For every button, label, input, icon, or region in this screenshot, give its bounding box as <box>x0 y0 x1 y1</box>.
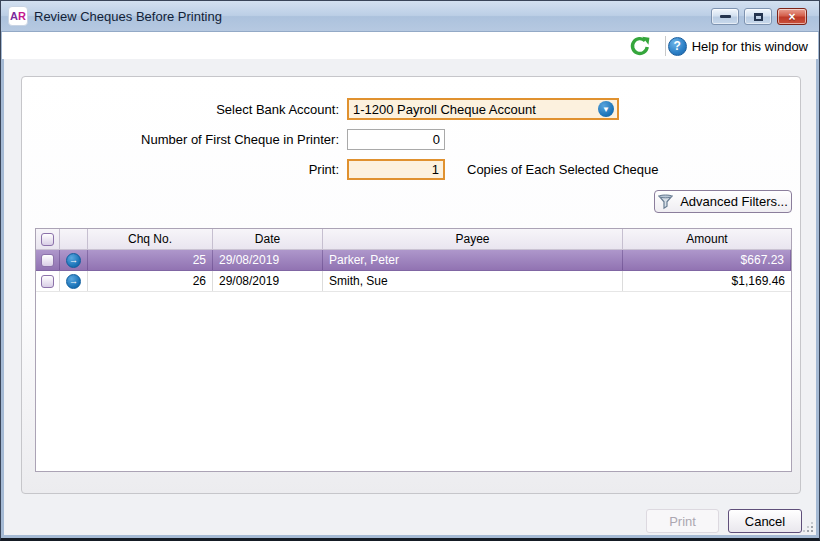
row-checkbox[interactable] <box>41 254 54 267</box>
cell-payee: Smith, Sue <box>323 271 623 291</box>
cell-payee: Parker, Peter <box>323 250 623 270</box>
table-header-row: Chq No. Date Payee Amount <box>36 229 791 250</box>
cell-amount: $667.23 <box>623 250 791 270</box>
app-logo-letter-r: R <box>18 10 26 22</box>
help-button[interactable]: ? Help for this window <box>668 35 808 57</box>
dialog-window: AR Review Cheques Before Printing × ? H <box>0 0 820 541</box>
advanced-filters-label: Advanced Filters... <box>680 194 788 209</box>
detail-arrow-icon[interactable]: → <box>66 253 81 268</box>
advanced-filters-button[interactable]: Advanced Filters... <box>654 190 792 213</box>
cell-chq-no: 25 <box>88 250 213 270</box>
table-row[interactable]: → 26 29/08/2019 Smith, Sue $1,169.46 <box>36 271 791 292</box>
header-amount: Amount <box>623 229 791 249</box>
header-arrow-cell <box>60 229 88 249</box>
select-all-checkbox[interactable] <box>41 233 54 246</box>
row-arrow-cell: → <box>60 271 88 291</box>
cell-amount: $1,169.46 <box>623 271 791 291</box>
filter-icon <box>658 194 673 210</box>
help-icon: ? <box>668 37 687 56</box>
bank-account-value: 1-1200 Payroll Cheque Account <box>353 102 536 117</box>
resize-grip[interactable] <box>802 521 814 533</box>
cell-date: 29/08/2019 <box>213 271 323 291</box>
window-border-left <box>1 31 4 538</box>
header-checkbox-cell <box>36 229 60 249</box>
app-logo-icon: AR <box>8 6 28 26</box>
first-cheque-label: Number of First Cheque in Printer: <box>27 132 347 147</box>
minimize-button[interactable] <box>711 8 739 25</box>
cell-date: 29/08/2019 <box>213 250 323 270</box>
window-border-right <box>816 31 819 538</box>
window-title: Review Cheques Before Printing <box>34 9 222 24</box>
window-border-bottom <box>1 535 819 538</box>
detail-arrow-icon[interactable]: → <box>66 274 81 289</box>
print-copies-row: Print: Copies of Each Selected Cheque <box>27 158 659 180</box>
close-button[interactable]: × <box>777 8 807 25</box>
cell-chq-no: 26 <box>88 271 213 291</box>
copies-suffix-label: Copies of Each Selected Cheque <box>467 162 659 177</box>
row-checkbox[interactable] <box>41 275 54 288</box>
print-copies-input[interactable] <box>347 159 445 180</box>
header-payee: Payee <box>323 229 623 249</box>
bank-account-label: Select Bank Account: <box>27 102 347 117</box>
chevron-down-icon[interactable]: ▼ <box>598 101 614 117</box>
refresh-icon <box>628 34 652 58</box>
table-row[interactable]: → 25 29/08/2019 Parker, Peter $667.23 <box>36 250 791 271</box>
titlebar[interactable]: AR Review Cheques Before Printing × <box>1 1 819 32</box>
print-copies-label: Print: <box>27 162 347 177</box>
bank-account-row: Select Bank Account: 1-1200 Payroll Cheq… <box>27 98 619 120</box>
print-button[interactable]: Print <box>646 509 719 533</box>
bank-account-select[interactable]: 1-1200 Payroll Cheque Account ▼ <box>347 98 619 120</box>
cheque-table: Chq No. Date Payee Amount → 25 29/08/201… <box>35 228 792 472</box>
row-checkbox-cell <box>36 271 60 291</box>
help-label: Help for this window <box>692 39 808 54</box>
window-controls: × <box>711 8 807 25</box>
maximize-button[interactable] <box>744 8 772 25</box>
row-arrow-cell: → <box>60 250 88 270</box>
app-logo-letter-a: A <box>10 10 18 22</box>
minimize-icon <box>720 15 731 18</box>
first-cheque-input[interactable] <box>347 129 445 150</box>
header-date: Date <box>213 229 323 249</box>
maximize-icon <box>754 13 763 21</box>
first-cheque-row: Number of First Cheque in Printer: <box>27 128 445 150</box>
toolbar-divider <box>665 36 666 56</box>
content-panel: Select Bank Account: 1-1200 Payroll Cheq… <box>21 76 801 494</box>
row-checkbox-cell <box>36 250 60 270</box>
cancel-button[interactable]: Cancel <box>728 509 802 533</box>
refresh-button[interactable] <box>628 34 652 58</box>
header-chq-no: Chq No. <box>88 229 213 249</box>
close-icon: × <box>788 11 795 23</box>
toolbar: ? Help for this window <box>2 32 818 59</box>
